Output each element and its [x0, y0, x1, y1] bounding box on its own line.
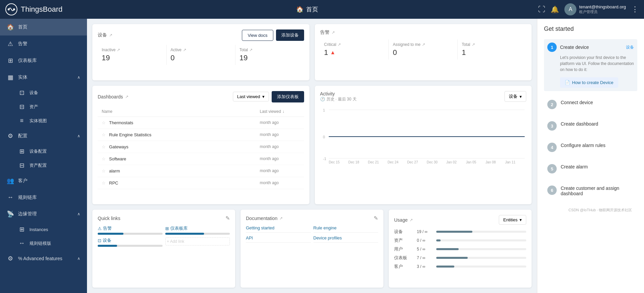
doc-grid: Getting started Rule engine API Device p…	[246, 225, 378, 243]
doc-rule-engine[interactable]: Rule engine	[313, 225, 378, 233]
sidebar-item-home[interactable]: 🏠 首页	[0, 19, 87, 35]
user-info: A tenant@thingsboard.org 租户管理员	[564, 3, 626, 15]
usage-dashboards-bar	[436, 257, 526, 259]
documentation-card: Documentation ↗ ✎ Getting started Rule e…	[241, 210, 383, 288]
usage-devices: 设备 19 / ∞	[394, 229, 526, 235]
doc-device-profiles[interactable]: Device profiles	[313, 235, 378, 243]
sidebar: 🏠 首页 ⚠ 告警 ⊞ 仪表板库 ▦ 实体 ∧ ⊡ 设备 ⊟ 资产 ≡	[0, 19, 87, 293]
documentation-edit-icon[interactable]: ✎	[374, 215, 378, 221]
total-devices-label: Total	[240, 48, 248, 52]
svg-text:Jan 02: Jan 02	[446, 160, 457, 164]
step-3-label: Create dashboard	[561, 121, 634, 127]
top-header: ThingsBoard 🏠 首页 ⛶ 🔔 A tenant@thingsboar…	[0, 0, 644, 19]
sidebar-item-rule-chain[interactable]: ↔ 规则链库	[0, 189, 87, 206]
doc-api[interactable]: API	[246, 235, 311, 243]
sidebar-item-config[interactable]: ⚙ 配置 ∧	[0, 128, 87, 144]
entities-filter-label: Entities	[503, 217, 518, 222]
svg-text:Jan 08: Jan 08	[485, 160, 496, 164]
avatar: A	[564, 3, 576, 15]
row-date: month ago	[260, 132, 300, 137]
user-role: 租户管理员	[579, 9, 626, 14]
entity-view-nav-icon: ≡	[18, 117, 25, 124]
advanced-nav-icon: ⚙	[7, 255, 14, 262]
last-viewed-filter[interactable]: Last viewed ▾	[233, 92, 269, 101]
add-dashboard-button[interactable]: 添加仪表板	[272, 91, 304, 102]
dashboard-link-bar	[165, 233, 230, 235]
alarm-link-bar	[98, 233, 163, 235]
alerts-card-title: 告警 ↗	[320, 29, 335, 35]
svg-text:Dec 27: Dec 27	[407, 160, 418, 164]
step-6[interactable]: 6 Create customer and assign dashboard	[544, 182, 637, 200]
step-1-side-link[interactable]: 设备	[626, 45, 634, 50]
table-row[interactable]: ☆ Rule Engine Statistics month ago	[98, 129, 304, 141]
home-icon: 🏠	[296, 6, 303, 13]
bell-icon[interactable]: 🔔	[551, 5, 559, 13]
step-5-label: Create alarm	[561, 164, 634, 169]
doc-getting-started[interactable]: Getting started	[246, 225, 311, 233]
svg-text:Jan 05: Jan 05	[466, 160, 476, 164]
step-3[interactable]: 3 Create dashboard	[544, 118, 637, 134]
add-device-button[interactable]: 添加设备	[276, 29, 304, 41]
svg-text:Dec 18: Dec 18	[348, 160, 359, 164]
devices-stats-row: Inactive ↗ 19 Active ↗ 0	[98, 45, 304, 65]
sidebar-item-entities[interactable]: ▦ 实体 ∧	[0, 69, 87, 86]
sidebar-item-instances[interactable]: ⊞ Instances	[18, 222, 87, 236]
documentation-external-icon: ↗	[279, 216, 283, 221]
table-row[interactable]: ☆ Software month ago	[98, 153, 304, 165]
sidebar-item-customers[interactable]: 👥 客户	[0, 172, 87, 189]
sidebar-item-devices[interactable]: ⊡ 设备	[18, 86, 87, 100]
row-name: Gateways	[109, 144, 260, 149]
star-icon[interactable]: ☆	[102, 120, 106, 125]
activity-chart: 1 0 -1 Dec 15 Dec 18 Dec 21 Dec 24 Dec 2…	[320, 105, 527, 165]
usage-users-value: 5 / ∞	[417, 247, 434, 251]
sidebar-label-device-profiles: 设备配置	[29, 148, 47, 154]
step-5[interactable]: 5 Create alarm	[544, 161, 637, 177]
fullscreen-icon[interactable]: ⛶	[538, 5, 545, 14]
entities-submenu: ⊡ 设备 ⊟ 资产 ≡ 实体视图	[0, 86, 87, 128]
sidebar-item-alarms[interactable]: ⚠ 告警	[0, 35, 87, 52]
dashboard-link-icon: ⊞	[165, 226, 169, 231]
usage-assets-value: 0 / ∞	[417, 238, 434, 243]
step-4[interactable]: 4 Configure alarm rules	[544, 139, 637, 155]
alerts-card-header: 告警 ↗	[320, 29, 527, 35]
sidebar-item-asset-profiles[interactable]: ⊟ 资产配置	[18, 158, 87, 172]
more-menu-icon[interactable]: ⋮	[631, 5, 639, 14]
documentation-header: Documentation ↗ ✎	[246, 215, 378, 221]
sidebar-item-edge-management[interactable]: 📡 边缘管理 ∧	[0, 206, 87, 222]
sidebar-label-alarms: 告警	[18, 41, 27, 47]
bottom-row: Quick links ✎ ⚠ 告警	[92, 210, 532, 288]
sidebar-label-home: 首页	[18, 24, 27, 30]
sidebar-item-rule-chain-templates[interactable]: ↔ 规则链模版	[18, 236, 87, 250]
table-row[interactable]: ☆ Gateways month ago	[98, 141, 304, 153]
sidebar-item-advanced-features[interactable]: ⚙ % Advanced features ∧	[0, 250, 87, 267]
sidebar-item-entity-view[interactable]: ≡ 实体视图	[18, 114, 87, 128]
star-icon[interactable]: ☆	[102, 144, 106, 149]
quick-links-edit-icon[interactable]: ✎	[225, 215, 230, 221]
view-docs-button[interactable]: View docs	[242, 30, 273, 41]
logo-icon	[5, 3, 17, 15]
logo-area: ThingsBoard	[5, 3, 63, 15]
svg-point-1	[8, 8, 10, 10]
table-row[interactable]: ☆ Thermostats month ago	[98, 117, 304, 129]
config-arrow-icon: ∧	[77, 134, 80, 138]
step-2[interactable]: 2 Connect device	[544, 96, 637, 113]
usage-assets: 资产 0 / ∞	[394, 237, 526, 243]
star-icon[interactable]: ☆	[102, 156, 106, 161]
activity-filter[interactable]: 设备 ▾	[504, 91, 526, 102]
sidebar-item-dashboards[interactable]: ⊞ 仪表板库	[0, 52, 87, 69]
table-row[interactable]: ☆ alarm month ago	[98, 165, 304, 177]
table-row[interactable]: ☆ RPC month ago	[98, 177, 304, 189]
sidebar-label-rule-chain-templates: 规则链模版	[29, 240, 51, 246]
sidebar-item-device-profiles[interactable]: ⊞ 设备配置	[18, 144, 87, 158]
entities-filter[interactable]: Entities ▾	[499, 215, 526, 225]
sidebar-item-assets[interactable]: ⊟ 资产	[18, 100, 87, 114]
how-to-create-device-link[interactable]: 📄 How to create Device	[560, 77, 618, 88]
usage-users-label: 用户	[394, 246, 414, 252]
device-bar-fill	[98, 245, 117, 247]
star-icon[interactable]: ☆	[102, 132, 106, 137]
usage-customers-bar	[436, 266, 526, 268]
svg-text:0: 0	[323, 135, 325, 139]
star-icon[interactable]: ☆	[102, 168, 106, 173]
usage-customers-value: 3 / ∞	[417, 264, 434, 269]
star-icon[interactable]: ☆	[102, 180, 106, 186]
